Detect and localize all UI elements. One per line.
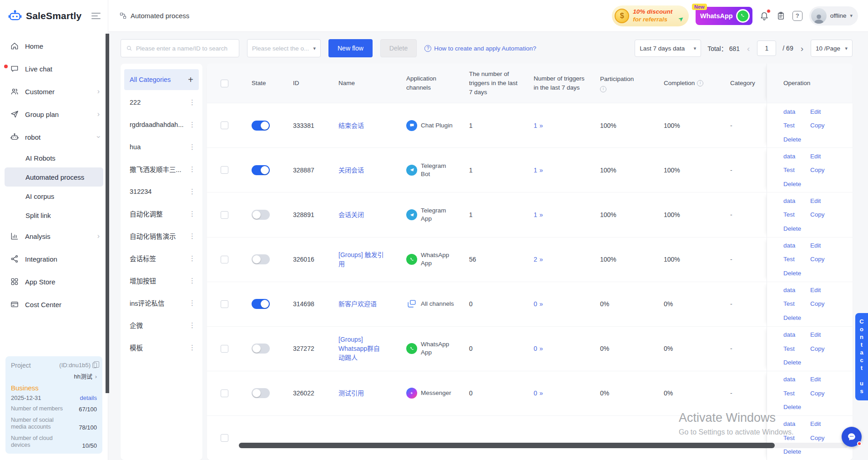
- sidebar-item-live-chat[interactable]: Live chat: [0, 57, 108, 80]
- new-flow-button[interactable]: New flow: [328, 39, 373, 57]
- search-input[interactable]: [136, 45, 234, 52]
- row-checkbox[interactable]: [221, 434, 228, 442]
- op-data-link[interactable]: data: [783, 107, 801, 116]
- category-item[interactable]: 222⋮: [121, 91, 202, 113]
- op-data-link[interactable]: data: [783, 152, 801, 161]
- live-chat-fab[interactable]: [842, 427, 862, 447]
- flow-name-link[interactable]: 结束会话: [338, 121, 364, 130]
- op-data-link[interactable]: data: [783, 330, 801, 339]
- triggered-count-link[interactable]: 0»: [534, 299, 543, 308]
- op-copy-link[interactable]: Copy: [810, 344, 825, 354]
- sidebar-item-split-link[interactable]: Split link: [0, 206, 108, 225]
- whatsapp-promo-badge[interactable]: New WhatsApp: [696, 7, 752, 25]
- sidebar-item-ai-corpus[interactable]: AI corpus: [0, 187, 108, 206]
- op-delete-link[interactable]: Delete: [783, 358, 801, 367]
- op-test-link[interactable]: Test: [783, 389, 801, 398]
- flow-name-link[interactable]: 会话关闭: [338, 210, 364, 219]
- row-checkbox[interactable]: [221, 166, 228, 174]
- category-item[interactable]: ins评论私信⋮: [121, 292, 202, 314]
- op-copy-link[interactable]: Copy: [810, 121, 825, 130]
- state-toggle[interactable]: [252, 165, 270, 175]
- state-toggle[interactable]: [252, 210, 270, 220]
- info-icon[interactable]: i: [600, 86, 606, 92]
- flow-name-link[interactable]: 测试引用: [338, 389, 364, 398]
- horizontal-scrollbar-thumb[interactable]: [239, 443, 775, 448]
- sidebar-item-automated-process[interactable]: Automated process: [5, 167, 103, 187]
- op-data-link[interactable]: data: [783, 241, 801, 250]
- op-data-link[interactable]: data: [783, 197, 801, 206]
- category-item[interactable]: 自动化调整⋮: [121, 202, 202, 225]
- op-copy-link[interactable]: Copy: [810, 255, 825, 264]
- state-toggle[interactable]: [252, 299, 270, 309]
- automation-help-link[interactable]: ? How to create and apply Automation?: [424, 45, 536, 52]
- op-copy-link[interactable]: Copy: [810, 434, 825, 443]
- more-vertical-icon[interactable]: ⋮: [189, 121, 196, 129]
- sidebar-item-integration[interactable]: Integration: [0, 248, 108, 270]
- op-copy-link[interactable]: Copy: [810, 299, 825, 308]
- more-vertical-icon[interactable]: ⋮: [189, 98, 196, 106]
- op-edit-link[interactable]: Edit: [810, 107, 825, 116]
- triggered-count-link[interactable]: 2»: [534, 255, 543, 264]
- select-all-checkbox[interactable]: [221, 80, 228, 87]
- sidebar-item-analysis[interactable]: Analysis ›: [0, 225, 108, 248]
- state-toggle[interactable]: [252, 344, 270, 354]
- sidebar-item-customer[interactable]: Customer ›: [0, 80, 108, 103]
- sidebar-item-ai-robots[interactable]: AI Robots: [0, 148, 108, 167]
- op-edit-link[interactable]: Edit: [810, 375, 825, 384]
- state-toggle[interactable]: [252, 254, 270, 264]
- op-edit-link[interactable]: Edit: [810, 152, 825, 161]
- triggered-count-link[interactable]: 0»: [534, 344, 543, 353]
- more-vertical-icon[interactable]: ⋮: [189, 232, 196, 240]
- triggered-count-link[interactable]: 0»: [534, 389, 543, 398]
- state-toggle[interactable]: [252, 121, 270, 131]
- category-item[interactable]: 模板⋮: [121, 336, 202, 359]
- sidebar-item-app-store[interactable]: App Store: [0, 270, 108, 293]
- op-data-link[interactable]: data: [783, 286, 801, 295]
- category-item[interactable]: 会话标签⋮: [121, 247, 202, 269]
- filter-select[interactable]: Please select the o... ▾: [247, 39, 321, 57]
- copy-icon[interactable]: [92, 363, 97, 368]
- project-name-row[interactable]: hh测试 ›: [11, 372, 97, 380]
- sidebar-item-robot[interactable]: robot ›: [0, 126, 108, 148]
- op-test-link[interactable]: Test: [783, 344, 801, 354]
- row-checkbox[interactable]: [221, 345, 228, 353]
- category-item[interactable]: 撒飞洒发顺丰三...⋮: [121, 158, 202, 180]
- op-delete-link[interactable]: Delete: [783, 180, 801, 189]
- next-page-icon[interactable]: ›: [800, 44, 804, 53]
- op-test-link[interactable]: Test: [783, 210, 801, 219]
- sidebar-item-home[interactable]: Home: [0, 35, 108, 57]
- more-vertical-icon[interactable]: ⋮: [189, 165, 196, 173]
- op-data-link[interactable]: data: [783, 375, 801, 384]
- sidebar-item-group-plan[interactable]: Group plan ›: [0, 103, 108, 126]
- row-checkbox[interactable]: [221, 121, 228, 129]
- op-edit-link[interactable]: Edit: [810, 420, 825, 429]
- op-delete-link[interactable]: Delete: [783, 269, 801, 278]
- op-delete-link[interactable]: Delete: [783, 447, 801, 456]
- delete-button[interactable]: Delete: [380, 39, 417, 57]
- sidebar-scrollbar[interactable]: [106, 34, 109, 393]
- op-test-link[interactable]: Test: [783, 121, 801, 130]
- op-edit-link[interactable]: Edit: [810, 241, 825, 250]
- op-delete-link[interactable]: Delete: [783, 313, 801, 323]
- notifications-bell-icon[interactable]: [759, 11, 769, 21]
- op-test-link[interactable]: Test: [783, 166, 801, 175]
- more-vertical-icon[interactable]: ⋮: [189, 344, 196, 352]
- help-icon[interactable]: ?: [792, 11, 802, 21]
- flow-name-link[interactable]: 新客户欢迎语: [338, 299, 377, 308]
- info-icon[interactable]: i: [697, 80, 703, 86]
- row-checkbox[interactable]: [221, 211, 228, 219]
- more-vertical-icon[interactable]: ⋮: [189, 143, 196, 151]
- op-delete-link[interactable]: Delete: [783, 135, 801, 144]
- more-vertical-icon[interactable]: ⋮: [189, 277, 196, 285]
- category-item[interactable]: rgdrdaadhahdah...⋮: [121, 113, 202, 136]
- menu-icon[interactable]: [91, 13, 101, 19]
- contact-us-tab[interactable]: Contact us: [855, 313, 868, 400]
- details-link[interactable]: details: [80, 394, 97, 401]
- op-copy-link[interactable]: Copy: [810, 166, 825, 175]
- op-test-link[interactable]: Test: [783, 299, 801, 308]
- flow-name-link[interactable]: [Groups] Whatsapp群自动踢人: [338, 335, 386, 363]
- category-item[interactable]: 自动化销售演示⋮: [121, 225, 202, 247]
- op-delete-link[interactable]: Delete: [783, 224, 801, 233]
- sidebar-item-cost-center[interactable]: Cost Center: [0, 293, 108, 316]
- flow-name-link[interactable]: 关闭会话: [338, 166, 364, 175]
